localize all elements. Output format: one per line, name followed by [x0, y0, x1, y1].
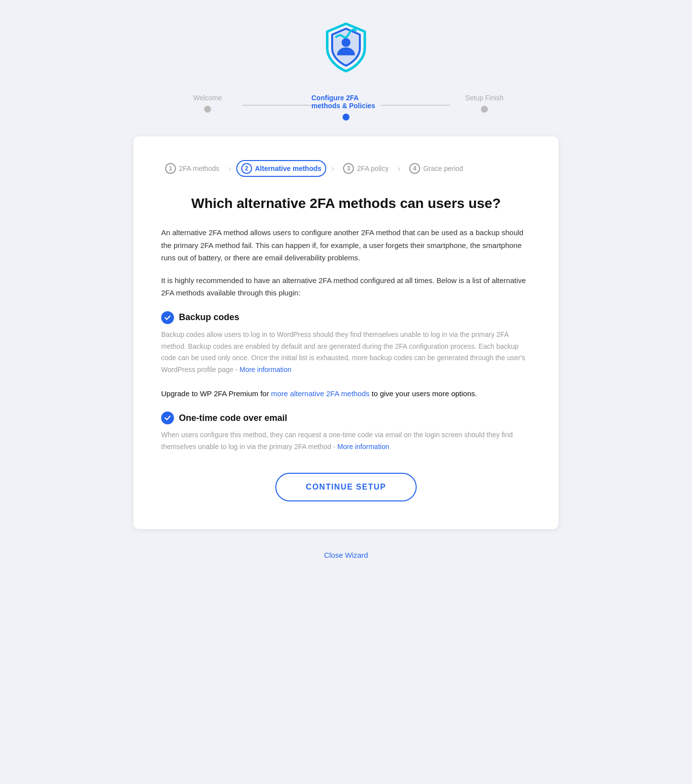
stepper: Welcome Configure 2FA methods & Policies… — [173, 94, 519, 121]
tab-policy-label: 2FA policy — [357, 165, 389, 172]
description-2: It is highly recommended to have an alte… — [161, 274, 531, 299]
main-card: 1 2FA methods › 2 Alternative methods › … — [133, 136, 559, 529]
step-connector-2 — [381, 105, 450, 106]
upgrade-notice: Upgrade to WP 2FA Premium for more alter… — [161, 388, 531, 400]
method-backup-codes-row: Backup codes — [161, 311, 531, 324]
step-configure-dot — [343, 114, 349, 121]
tab-2fa-methods-label: 2FA methods — [179, 165, 219, 172]
app-logo — [321, 20, 371, 74]
tab-alt-num: 2 — [241, 163, 252, 174]
backup-codes-desc: Backup codes allow users to log in to Wo… — [161, 329, 531, 376]
tab-alt-label: Alternative methods — [255, 165, 322, 172]
tab-divider-3: › — [397, 164, 400, 174]
email-code-check-icon — [161, 412, 174, 424]
step-connector-1 — [242, 105, 311, 106]
tab-divider-1: › — [228, 164, 231, 174]
main-heading: Which alternative 2FA methods can users … — [161, 195, 531, 212]
email-code-more-info-link[interactable]: More information — [337, 443, 389, 451]
tab-2fa-methods-num: 1 — [165, 163, 176, 174]
step-configure-label: Configure 2FA methods & Policies — [311, 94, 381, 110]
step-welcome-dot — [204, 106, 211, 113]
close-wizard-link[interactable]: Close Wizard — [324, 551, 368, 559]
step-welcome-label: Welcome — [193, 94, 222, 102]
tab-2fa-methods[interactable]: 1 2FA methods — [161, 161, 223, 176]
upgrade-link[interactable]: more alternative 2FA methods — [271, 389, 369, 398]
tab-grace-period[interactable]: 4 Grace period — [405, 161, 467, 176]
step-finish: Setup Finish — [450, 94, 519, 113]
tab-2fa-policy[interactable]: 3 2FA policy — [339, 161, 392, 176]
step-configure: Configure 2FA methods & Policies — [311, 94, 381, 121]
tab-policy-num: 3 — [343, 163, 354, 174]
tab-divider-2: › — [331, 164, 334, 174]
method-email-code-row: One-time code over email — [161, 412, 531, 424]
tab-grace-label: Grace period — [423, 165, 463, 172]
logo-area — [321, 20, 371, 76]
step-finish-label: Setup Finish — [465, 94, 504, 102]
email-code-name: One-time code over email — [179, 413, 287, 423]
tab-alternative-methods[interactable]: 2 Alternative methods — [236, 160, 327, 177]
step-welcome: Welcome — [173, 94, 242, 113]
backup-codes-check-icon — [161, 311, 174, 324]
step-finish-dot — [481, 106, 488, 113]
tab-grace-num: 4 — [409, 163, 420, 174]
continue-setup-button[interactable]: CONTINUE SETUP — [275, 473, 417, 501]
description-1: An alternative 2FA method allows users t… — [161, 226, 531, 264]
inner-tabs: 1 2FA methods › 2 Alternative methods › … — [161, 160, 531, 177]
backup-codes-more-info-link[interactable]: More information — [239, 366, 291, 373]
backup-codes-name: Backup codes — [179, 312, 239, 323]
svg-point-0 — [342, 38, 350, 47]
email-code-desc: When users configure this method, they c… — [161, 429, 531, 453]
